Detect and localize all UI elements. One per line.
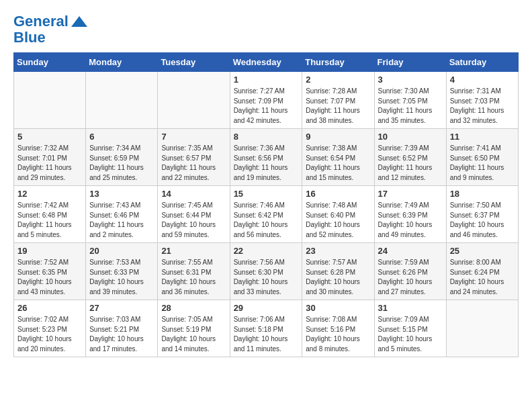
day-info: Sunrise: 7:32 AMSunset: 7:01 PMDaylight:… [17,144,82,183]
weekday-header-saturday: Saturday [446,53,518,72]
day-info: Sunrise: 7:08 AMSunset: 5:16 PMDaylight:… [306,315,370,354]
day-number: 22 [234,246,299,256]
calendar-cell: 19Sunrise: 7:52 AMSunset: 6:35 PMDayligh… [14,243,86,300]
calendar-cell: 26Sunrise: 7:02 AMSunset: 5:23 PMDayligh… [14,300,86,357]
day-number: 4 [450,75,515,85]
calendar-week-3: 12Sunrise: 7:42 AMSunset: 6:48 PMDayligh… [14,186,519,243]
calendar-cell: 3Sunrise: 7:30 AMSunset: 7:05 PMDaylight… [374,72,446,129]
day-number: 25 [450,246,515,256]
day-number: 29 [234,303,299,313]
calendar-cell: 6Sunrise: 7:34 AMSunset: 6:59 PMDaylight… [86,129,158,186]
calendar-cell: 10Sunrise: 7:39 AMSunset: 6:52 PMDayligh… [374,129,446,186]
calendar-cell [446,300,518,357]
logo-text: General Blue [13,13,89,46]
calendar-cell: 1Sunrise: 7:27 AMSunset: 7:09 PMDaylight… [230,72,302,129]
day-number: 23 [306,246,370,256]
calendar-cell: 20Sunrise: 7:53 AMSunset: 6:33 PMDayligh… [86,243,158,300]
day-info: Sunrise: 7:35 AMSunset: 6:57 PMDaylight:… [161,144,226,183]
day-info: Sunrise: 7:09 AMSunset: 5:15 PMDaylight:… [378,315,443,354]
calendar-cell: 4Sunrise: 7:31 AMSunset: 7:03 PMDaylight… [446,72,518,129]
day-number: 2 [306,75,370,85]
calendar-cell: 21Sunrise: 7:55 AMSunset: 6:31 PMDayligh… [158,243,230,300]
svg-marker-0 [71,16,87,27]
calendar-cell: 14Sunrise: 7:45 AMSunset: 6:44 PMDayligh… [158,186,230,243]
day-info: Sunrise: 7:28 AMSunset: 7:07 PMDaylight:… [306,87,370,126]
calendar-cell: 16Sunrise: 7:48 AMSunset: 6:40 PMDayligh… [302,186,374,243]
weekday-header-sunday: Sunday [14,53,86,72]
day-info: Sunrise: 7:39 AMSunset: 6:52 PMDaylight:… [378,144,443,183]
weekday-header-wednesday: Wednesday [230,53,302,72]
day-number: 15 [234,189,299,199]
day-number: 9 [306,132,370,142]
calendar-week-2: 5Sunrise: 7:32 AMSunset: 7:01 PMDaylight… [14,129,519,186]
calendar-cell: 11Sunrise: 7:41 AMSunset: 6:50 PMDayligh… [446,129,518,186]
logo: General Blue [13,13,89,46]
day-number: 31 [378,303,443,313]
day-info: Sunrise: 7:46 AMSunset: 6:42 PMDaylight:… [234,201,299,240]
day-number: 7 [161,132,226,142]
day-info: Sunrise: 7:31 AMSunset: 7:03 PMDaylight:… [450,87,515,126]
day-info: Sunrise: 7:57 AMSunset: 6:28 PMDaylight:… [306,258,370,297]
day-number: 21 [161,246,226,256]
day-info: Sunrise: 7:59 AMSunset: 6:26 PMDaylight:… [378,258,443,297]
day-number: 5 [17,132,82,142]
day-info: Sunrise: 7:56 AMSunset: 6:30 PMDaylight:… [234,258,299,297]
day-number: 17 [378,189,443,199]
day-info: Sunrise: 8:00 AMSunset: 6:24 PMDaylight:… [450,258,515,297]
calendar-cell: 15Sunrise: 7:46 AMSunset: 6:42 PMDayligh… [230,186,302,243]
day-number: 3 [378,75,443,85]
day-info: Sunrise: 7:38 AMSunset: 6:54 PMDaylight:… [306,144,370,183]
day-info: Sunrise: 7:48 AMSunset: 6:40 PMDaylight:… [306,201,370,240]
calendar-cell: 13Sunrise: 7:43 AMSunset: 6:46 PMDayligh… [86,186,158,243]
calendar-cell: 30Sunrise: 7:08 AMSunset: 5:16 PMDayligh… [302,300,374,357]
calendar-cell: 25Sunrise: 8:00 AMSunset: 6:24 PMDayligh… [446,243,518,300]
calendar-cell: 24Sunrise: 7:59 AMSunset: 6:26 PMDayligh… [374,243,446,300]
day-number: 8 [234,132,299,142]
day-number: 12 [17,189,82,199]
day-info: Sunrise: 7:55 AMSunset: 6:31 PMDaylight:… [161,258,226,297]
calendar-week-1: 1Sunrise: 7:27 AMSunset: 7:09 PMDaylight… [14,72,519,129]
day-info: Sunrise: 7:34 AMSunset: 6:59 PMDaylight:… [89,144,154,183]
day-number: 16 [306,189,370,199]
day-number: 27 [89,303,154,313]
day-info: Sunrise: 7:06 AMSunset: 5:18 PMDaylight:… [234,315,299,354]
calendar-cell [14,72,86,129]
day-number: 6 [89,132,154,142]
day-number: 24 [378,246,443,256]
calendar-cell: 17Sunrise: 7:49 AMSunset: 6:39 PMDayligh… [374,186,446,243]
day-number: 1 [234,75,299,85]
weekday-header-thursday: Thursday [302,53,374,72]
day-info: Sunrise: 7:36 AMSunset: 6:56 PMDaylight:… [234,144,299,183]
day-info: Sunrise: 7:05 AMSunset: 5:19 PMDaylight:… [161,315,226,354]
calendar-cell: 18Sunrise: 7:50 AMSunset: 6:37 PMDayligh… [446,186,518,243]
calendar-cell: 23Sunrise: 7:57 AMSunset: 6:28 PMDayligh… [302,243,374,300]
calendar-table: SundayMondayTuesdayWednesdayThursdayFrid… [13,52,519,357]
day-number: 11 [450,132,515,142]
day-number: 20 [89,246,154,256]
day-number: 26 [17,303,82,313]
calendar-cell [86,72,158,129]
calendar-week-4: 19Sunrise: 7:52 AMSunset: 6:35 PMDayligh… [14,243,519,300]
calendar-cell: 29Sunrise: 7:06 AMSunset: 5:18 PMDayligh… [230,300,302,357]
day-info: Sunrise: 7:41 AMSunset: 6:50 PMDaylight:… [450,144,515,183]
page-header: General Blue [13,13,519,46]
day-info: Sunrise: 7:49 AMSunset: 6:39 PMDaylight:… [378,201,443,240]
calendar-cell: 27Sunrise: 7:03 AMSunset: 5:21 PMDayligh… [86,300,158,357]
calendar-week-5: 26Sunrise: 7:02 AMSunset: 5:23 PMDayligh… [14,300,519,357]
day-number: 18 [450,189,515,199]
calendar-cell: 7Sunrise: 7:35 AMSunset: 6:57 PMDaylight… [158,129,230,186]
day-number: 28 [161,303,226,313]
weekday-header-tuesday: Tuesday [158,53,230,72]
weekday-header-friday: Friday [374,53,446,72]
calendar-cell: 22Sunrise: 7:56 AMSunset: 6:30 PMDayligh… [230,243,302,300]
calendar-cell: 28Sunrise: 7:05 AMSunset: 5:19 PMDayligh… [158,300,230,357]
day-info: Sunrise: 7:43 AMSunset: 6:46 PMDaylight:… [89,201,154,240]
day-number: 13 [89,189,154,199]
weekday-header-monday: Monday [86,53,158,72]
day-number: 14 [161,189,226,199]
day-info: Sunrise: 7:03 AMSunset: 5:21 PMDaylight:… [89,315,154,354]
day-info: Sunrise: 7:50 AMSunset: 6:37 PMDaylight:… [450,201,515,240]
calendar-cell: 12Sunrise: 7:42 AMSunset: 6:48 PMDayligh… [14,186,86,243]
day-info: Sunrise: 7:52 AMSunset: 6:35 PMDaylight:… [17,258,82,297]
calendar-cell: 2Sunrise: 7:28 AMSunset: 7:07 PMDaylight… [302,72,374,129]
